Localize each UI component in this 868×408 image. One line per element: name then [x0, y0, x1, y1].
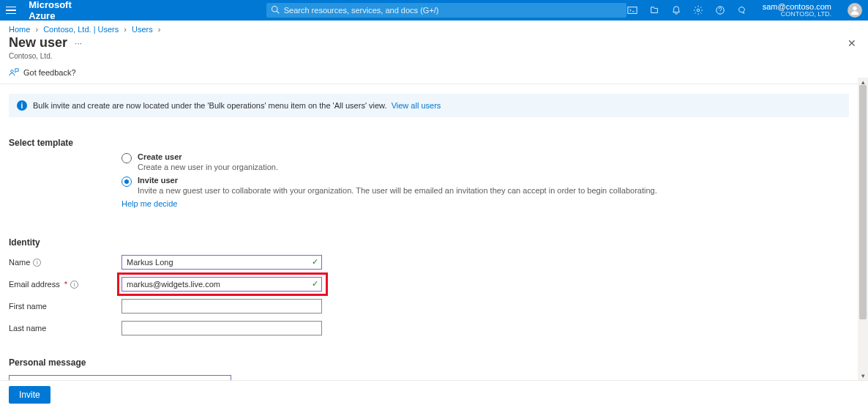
info-icon[interactable]: i — [33, 259, 41, 267]
row-email: Email address* i ✓ — [9, 277, 849, 292]
cloud-shell-icon[interactable] — [626, 4, 638, 16]
svg-rect-2 — [628, 7, 637, 14]
more-icon[interactable]: ··· — [75, 38, 82, 48]
content-area: i Bulk invite and create are now located… — [0, 78, 858, 380]
search-icon — [271, 5, 280, 14]
create-user-title: Create user — [138, 152, 278, 161]
view-all-users-link[interactable]: View all users — [392, 101, 441, 110]
top-header: Microsoft Azure sam@contoso.com CONTOSO,… — [0, 0, 868, 21]
page-subtitle: Contoso, Ltd. — [0, 52, 868, 64]
row-name: Name i ✓ — [9, 255, 849, 270]
firstname-input[interactable] — [121, 299, 322, 314]
info-icon[interactable]: i — [70, 281, 78, 289]
template-options: Create user Create a new user in your or… — [121, 152, 849, 195]
row-lastname: Last name — [9, 321, 849, 335]
name-label: Name — [9, 258, 30, 267]
radio-create-user[interactable] — [121, 153, 132, 163]
help-me-decide-link[interactable]: Help me decide — [121, 199, 849, 208]
row-firstname: First name — [9, 299, 849, 314]
avatar[interactable] — [848, 3, 862, 18]
radio-invite-user[interactable] — [121, 177, 132, 187]
notifications-icon[interactable] — [670, 4, 682, 16]
account-org: CONTOSO, LTD. — [763, 11, 831, 18]
personal-message-input[interactable] — [9, 375, 231, 380]
page-title: New user — [9, 35, 67, 51]
email-label: Email address — [9, 280, 60, 289]
feedback-icon[interactable] — [736, 4, 748, 16]
account-info[interactable]: sam@contoso.com CONTOSO, LTD. — [763, 2, 831, 18]
chevron-right-icon: › — [124, 25, 127, 34]
directories-icon[interactable] — [648, 4, 660, 16]
person-feedback-icon — [9, 67, 19, 78]
breadcrumb-home[interactable]: Home — [9, 25, 30, 34]
info-icon: i — [17, 100, 27, 111]
required-asterisk: * — [64, 280, 67, 289]
top-icon-group: sam@contoso.com CONTOSO, LTD. — [626, 2, 862, 18]
close-icon[interactable]: ✕ — [848, 37, 856, 49]
help-icon[interactable] — [714, 4, 726, 16]
invite-user-option[interactable]: Invite user Invite a new guest user to c… — [121, 176, 849, 195]
svg-line-1 — [277, 11, 279, 13]
chevron-right-icon: › — [158, 25, 161, 34]
email-input[interactable] — [121, 277, 322, 292]
scroll-down-icon[interactable]: ▾ — [858, 371, 868, 380]
personal-message-heading: Personal message — [9, 357, 849, 368]
scrollbar[interactable]: ▴ ▾ — [858, 78, 868, 380]
breadcrumb-users[interactable]: Users — [132, 25, 153, 34]
settings-icon[interactable] — [692, 4, 704, 16]
search-input[interactable] — [266, 3, 626, 18]
info-banner: i Bulk invite and create are now located… — [9, 94, 849, 117]
scrollbar-thumb[interactable] — [859, 85, 867, 319]
menu-icon[interactable] — [6, 7, 18, 15]
search-container — [266, 3, 626, 18]
lastname-label: Last name — [9, 324, 46, 333]
got-feedback-label: Got feedback? — [23, 68, 76, 77]
lastname-input[interactable] — [121, 321, 322, 335]
svg-point-6 — [11, 70, 14, 73]
banner-text: Bulk invite and create are now located u… — [33, 101, 441, 110]
create-user-option[interactable]: Create user Create a new user in your or… — [121, 152, 849, 171]
svg-point-5 — [853, 7, 856, 10]
footer: Invite — [0, 380, 868, 408]
svg-point-3 — [697, 9, 700, 12]
invite-user-desc: Invite a new guest user to collaborate w… — [138, 186, 657, 195]
firstname-label: First name — [9, 302, 47, 311]
chevron-right-icon: › — [35, 25, 38, 34]
breadcrumb-org-users[interactable]: Contoso, Ltd. | Users — [43, 25, 119, 34]
identity-heading: Identity — [9, 237, 849, 248]
check-icon: ✓ — [312, 257, 318, 267]
check-icon: ✓ — [312, 279, 318, 289]
select-template-heading: Select template — [9, 138, 849, 148]
brand-label[interactable]: Microsoft Azure — [29, 0, 90, 21]
svg-point-0 — [272, 7, 277, 12]
title-row: New user ··· ✕ — [0, 35, 868, 52]
invite-button[interactable]: Invite — [9, 386, 50, 404]
invite-user-title: Invite user — [138, 176, 657, 185]
create-user-desc: Create a new user in your organization. — [138, 163, 278, 171]
breadcrumb: Home › Contoso, Ltd. | Users › Users › — [0, 21, 868, 35]
name-input[interactable] — [121, 255, 322, 270]
